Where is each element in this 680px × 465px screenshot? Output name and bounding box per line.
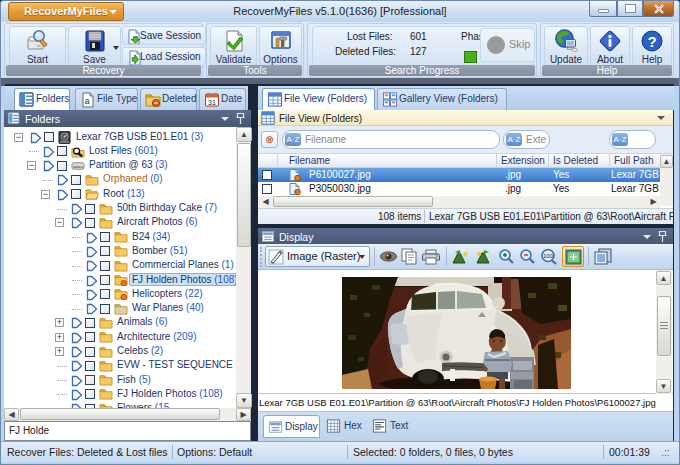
svg-text:31: 31	[208, 99, 216, 106]
svg-text:100: 100	[543, 253, 554, 259]
svg-text:?: ?	[647, 33, 656, 50]
